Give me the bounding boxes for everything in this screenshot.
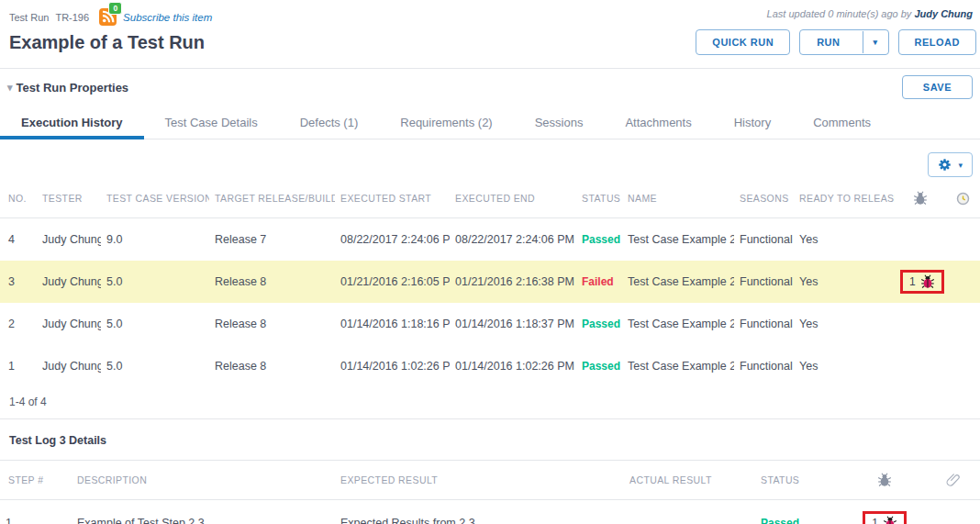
gear-icon xyxy=(938,158,952,172)
tab-item[interactable]: History xyxy=(713,106,792,139)
cell-start: 08/22/2017 2:24:06 PM xyxy=(335,218,450,262)
cell-step-status: Passed xyxy=(755,500,842,524)
cell-start: 01/21/2016 2:16:05 PM xyxy=(335,261,450,303)
cell-version: 5.0 xyxy=(101,261,209,303)
cell-no: 2 xyxy=(0,303,37,345)
subscribe-rss-button[interactable]: 0 xyxy=(99,8,117,26)
last-updated-prefix: Last updated 0 minute(s) ago by xyxy=(767,8,912,19)
cell-defects[interactable] xyxy=(895,345,945,387)
test-log-row[interactable]: 1 Example of Test Step 2.3 Expected Resu… xyxy=(0,500,980,524)
save-button[interactable]: SAVE xyxy=(902,75,973,99)
item-id: TR-196 xyxy=(55,12,89,23)
col-step-defects[interactable] xyxy=(842,461,927,500)
defect-count: 1 xyxy=(909,275,916,288)
cell-defects[interactable]: 1 xyxy=(895,261,945,303)
col-no[interactable]: NO. xyxy=(0,179,37,218)
col-seasons[interactable]: SEASONS xyxy=(734,179,794,218)
defect-count: 1 xyxy=(872,517,878,524)
properties-bar: ▾ Test Run Properties SAVE xyxy=(0,68,980,106)
tab-bar: Execution History Test Case Details Defe… xyxy=(0,106,980,139)
tab-item[interactable]: Attachments xyxy=(604,106,712,139)
test-log-section-title: Test Log 3 Details xyxy=(0,419,980,460)
run-button[interactable]: RUN xyxy=(800,30,856,54)
cell-defects[interactable] xyxy=(895,303,945,345)
col-executed-start[interactable]: EXECUTED START xyxy=(335,179,450,218)
reload-button[interactable]: RELOAD xyxy=(898,29,976,55)
col-expected-result[interactable]: EXPECTED RESULT xyxy=(335,461,624,500)
cell-name: Test Case Example 2 xyxy=(622,218,734,262)
execution-table-row[interactable]: 4 Judy Chung 9.0 Release 7 08/22/2017 2:… xyxy=(0,218,980,262)
clock-icon xyxy=(956,192,970,206)
col-actual-result[interactable]: ACTUAL RESULT xyxy=(624,461,755,500)
cell-step-defects[interactable]: 1 xyxy=(842,500,927,524)
table-toolbar: ▾ xyxy=(0,139,980,179)
col-description[interactable]: DESCRIPTION xyxy=(72,461,335,500)
cell-start: 01/14/2016 1:18:16 PM xyxy=(335,303,450,345)
pagination-text: 1-4 of 4 xyxy=(0,387,980,419)
execution-table-row[interactable]: 1 Judy Chung 5.0 Release 8 01/14/2016 1:… xyxy=(0,345,980,387)
col-step-status[interactable]: STATUS xyxy=(755,461,842,500)
cell-release: Release 8 xyxy=(209,345,335,387)
cell-defects[interactable] xyxy=(895,218,945,262)
subscribe-link[interactable]: Subscribe this item xyxy=(123,12,212,23)
col-defects[interactable] xyxy=(895,179,945,218)
caret-down-icon: ▾ xyxy=(958,161,963,170)
quick-run-button[interactable]: QUICK RUN xyxy=(696,29,790,55)
cell-expected: Expected Results from 2.3 xyxy=(335,500,624,524)
ladybug-icon xyxy=(883,516,897,524)
col-status[interactable]: STATUS xyxy=(576,179,622,218)
cell-no: 3 xyxy=(0,261,37,303)
cell-version: 5.0 xyxy=(101,345,209,387)
title-row: Example of a Test Run QUICK RUN RUN ▾ RE… xyxy=(0,26,980,68)
col-duration[interactable] xyxy=(945,179,980,218)
cell-ready: Yes xyxy=(794,303,895,345)
cell-name: Test Case Example 2 xyxy=(622,261,734,303)
last-updated-user[interactable]: Judy Chung xyxy=(914,8,973,19)
cell-end: 08/22/2017 2:24:06 PM xyxy=(450,218,576,262)
tab-item[interactable]: Test Case Details xyxy=(144,106,279,139)
run-menu-button[interactable]: ▾ xyxy=(863,31,888,53)
cell-status: Passed xyxy=(576,218,622,262)
cell-actual xyxy=(624,500,755,524)
col-target-release[interactable]: TARGET RELEASE/BUILD xyxy=(209,179,335,218)
col-tester[interactable]: TESTER xyxy=(37,179,101,218)
cell-release: Release 8 xyxy=(209,303,335,345)
execution-history-table: NO. TESTER TEST CASE VERSION TARGET RELE… xyxy=(0,179,980,387)
col-test-case-version[interactable]: TEST CASE VERSION xyxy=(101,179,209,218)
cell-release: Release 7 xyxy=(209,218,335,262)
test-run-page: Test Run TR-196 0 Subscribe this item La… xyxy=(0,0,980,524)
col-executed-end[interactable]: EXECUTED END xyxy=(450,179,576,218)
table-settings-button[interactable]: ▾ xyxy=(928,152,973,177)
cell-status: Passed xyxy=(576,345,622,387)
cell-description: Example of Test Step 2.3 xyxy=(72,500,335,524)
cell-seasons: Functional xyxy=(734,303,794,345)
tab-item[interactable]: Requirements (2) xyxy=(379,106,513,139)
cell-start: 01/14/2016 1:02:26 PM xyxy=(335,345,450,387)
properties-toggle[interactable]: ▾ Test Run Properties xyxy=(7,81,128,95)
test-log-header-row: STEP # DESCRIPTION EXPECTED RESULT ACTUA… xyxy=(0,461,980,500)
ladybug-icon xyxy=(920,274,935,289)
cell-no: 1 xyxy=(0,345,37,387)
execution-table-header-row: NO. TESTER TEST CASE VERSION TARGET RELE… xyxy=(0,179,980,218)
tab-item[interactable]: Execution History xyxy=(0,106,144,139)
chevron-down-icon: ▾ xyxy=(7,82,13,94)
col-name[interactable]: NAME xyxy=(622,179,734,218)
cell-ready: Yes xyxy=(794,345,895,387)
bug-icon xyxy=(913,191,928,206)
col-step[interactable]: STEP # xyxy=(0,461,72,500)
tab-item[interactable]: Comments xyxy=(792,106,892,139)
cell-end: 01/14/2016 1:18:37 PM xyxy=(450,303,576,345)
cell-tester: Judy Chung xyxy=(37,345,101,387)
defect-annotation-box: 1 xyxy=(863,511,907,524)
cell-end: 01/21/2016 2:16:38 PM xyxy=(450,261,576,303)
execution-table-row[interactable]: 3 Judy Chung 5.0 Release 8 01/21/2016 2:… xyxy=(0,261,980,303)
title-buttons: QUICK RUN RUN ▾ RELOAD xyxy=(696,29,976,55)
cell-no: 4 xyxy=(0,218,37,262)
col-ready-to-release[interactable]: READY TO RELEASE? xyxy=(794,179,895,218)
subscriber-count-badge: 0 xyxy=(108,2,122,15)
tab-item[interactable]: Defects (1) xyxy=(279,106,380,139)
page-title: Example of a Test Run xyxy=(9,32,205,53)
col-step-attachments[interactable] xyxy=(927,461,980,500)
tab-item[interactable]: Sessions xyxy=(514,106,605,139)
execution-table-row[interactable]: 2 Judy Chung 5.0 Release 8 01/14/2016 1:… xyxy=(0,303,980,345)
